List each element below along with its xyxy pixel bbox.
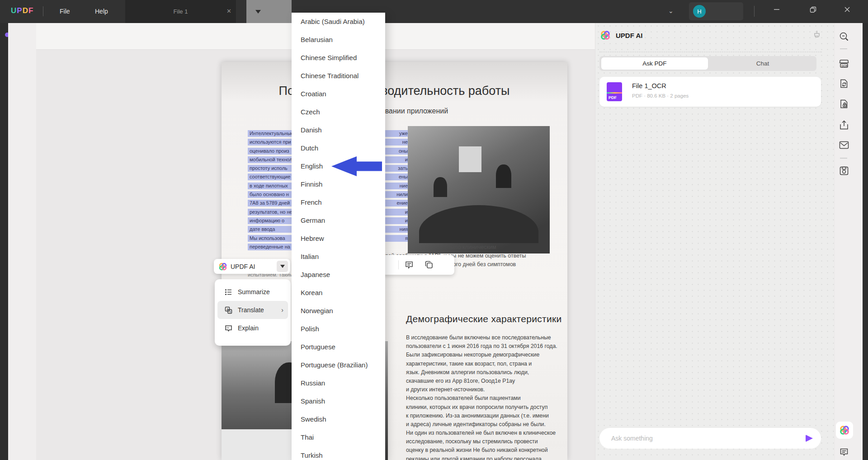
updf-ai-popover-button[interactable]: UPDF AI [214, 259, 290, 274]
menu-item-label: Translate [238, 306, 264, 314]
menu-item-explain[interactable]: Explain [217, 319, 288, 337]
line-right-text: зать [398, 165, 408, 172]
tab-chat[interactable]: Chat [709, 56, 816, 71]
paragraph-line: было клиническим [379, 243, 551, 252]
translate-language-dropdown: Arabic (Saudi Arabia)BelarusianChinese S… [292, 13, 385, 460]
minimize-icon [774, 6, 780, 13]
language-option[interactable]: Hebrew [292, 230, 385, 248]
panel-tab-bar: Ask PDF Chat [599, 56, 816, 71]
paragraph-line: оценку в реальной жизни Не было никакой … [406, 446, 560, 455]
envelope-icon [839, 141, 849, 150]
menu-item-translate[interactable]: A文 Translate › [217, 301, 288, 319]
language-option[interactable]: Portuguese (Brazilian) [292, 356, 385, 374]
line-left-text: простоту исполь [250, 165, 288, 172]
language-option[interactable]: Czech [292, 103, 385, 121]
updf-ai-clover-icon [218, 262, 227, 271]
document-body-paragraph: В исследование были включены все последо… [406, 333, 560, 460]
copy-icon[interactable] [424, 260, 434, 270]
tab-title: File 1 [174, 8, 188, 15]
search-icon [839, 31, 849, 42]
language-option[interactable]: Russian [292, 374, 385, 392]
paragraph-line: к приложению. Из-за анонимизации данных … [406, 412, 560, 420]
photo-detail [434, 177, 447, 197]
language-option[interactable]: Swedish [292, 410, 385, 428]
language-option[interactable]: Finnish [292, 175, 385, 193]
language-option[interactable]: Spanish [292, 392, 385, 410]
tab-close-icon[interactable]: ✕ [226, 8, 231, 14]
titlebar-divider [43, 6, 43, 16]
ask-input-container [599, 428, 821, 449]
language-option[interactable]: German [292, 211, 385, 230]
window-controls-divider [754, 6, 755, 17]
comment-bubble-icon [839, 447, 849, 457]
line-left-text: информацию о [250, 217, 284, 224]
updf-ai-label: UPDF AI [231, 263, 255, 270]
language-option[interactable]: Italian [292, 248, 385, 266]
language-option[interactable]: Thai [292, 428, 385, 446]
share-button[interactable] [838, 119, 850, 131]
line-right-text: ния [400, 226, 408, 233]
protect-button[interactable] [838, 98, 850, 110]
tab-ask-pdf-active[interactable]: Ask PDF [601, 57, 708, 70]
language-option[interactable]: Turkish [292, 446, 385, 460]
language-option[interactable]: French [292, 193, 385, 211]
menu-item-label: Explain [238, 324, 259, 332]
menu-item-summarize[interactable]: Summarize [217, 283, 288, 301]
feedback-button[interactable] [838, 446, 850, 458]
restore-button[interactable] [807, 6, 818, 15]
line-left-text: дате ввода [250, 226, 275, 233]
language-option[interactable]: Chinese Traditional [292, 67, 385, 85]
restore-icon [810, 6, 816, 13]
save-button[interactable] [838, 165, 850, 177]
add-comment-icon[interactable] [404, 260, 414, 270]
pdf-file-icon: PDF [607, 82, 622, 101]
language-option[interactable]: Croatian [292, 85, 385, 103]
close-icon [844, 6, 850, 13]
menu-file[interactable]: File [54, 0, 75, 23]
line-left-text: используются при [250, 139, 291, 146]
email-button[interactable] [838, 139, 850, 151]
page-refresh-icon [839, 78, 849, 89]
file-card[interactable]: PDF File 1_OCR PDF · 80.6 KB · 2 pages [599, 77, 821, 107]
chevron-down-icon[interactable]: ⌄ [668, 7, 674, 14]
ask-input[interactable] [611, 435, 806, 442]
paragraph-line: Несколько пользователей были пациентами [406, 394, 560, 403]
tab-dropdown-button[interactable] [246, 0, 292, 23]
clear-history-button[interactable] [811, 30, 821, 41]
menu-help[interactable]: Help [90, 0, 113, 23]
page-lock-icon [839, 99, 849, 109]
language-option[interactable]: Chinese Simplified [292, 49, 385, 67]
ocr-scanner-icon: OCR [838, 57, 850, 69]
updf-ai-floating-button[interactable] [836, 422, 853, 439]
translate-icon: A文 [225, 306, 232, 314]
language-option[interactable]: Polish [292, 320, 385, 338]
ai-options-caret-button[interactable] [277, 261, 288, 272]
line-right-text: ены [399, 174, 408, 180]
paragraph-line: характеристики, такие как возраст, пол, … [406, 360, 560, 368]
line-left-text: оценивало произ [250, 148, 289, 155]
ocr-button[interactable]: OCR [838, 57, 850, 69]
language-option[interactable]: Japanese [292, 266, 385, 284]
logo-letter: F [28, 6, 33, 15]
avatar[interactable]: H [693, 5, 706, 18]
search-button[interactable] [838, 31, 850, 42]
pdf-badge: PDF [609, 95, 617, 100]
language-option[interactable]: Portuguese [292, 338, 385, 356]
menu-item-label: Summarize [238, 288, 270, 296]
language-option[interactable]: Arabic (Saudi Arabia) [292, 13, 385, 31]
broom-icon [811, 30, 821, 39]
language-option[interactable]: Danish [292, 121, 385, 139]
language-option[interactable]: Belarusian [292, 31, 385, 49]
close-button[interactable] [842, 6, 853, 14]
convert-button[interactable] [838, 78, 850, 89]
language-option[interactable]: Korean [292, 284, 385, 302]
minimize-button[interactable] [771, 6, 782, 14]
share-icon [839, 120, 849, 131]
send-icon[interactable] [806, 435, 813, 442]
logo-letter: P [17, 6, 22, 15]
line-left-text: 7А8 за 5789 дней [250, 200, 290, 207]
language-option[interactable]: Dutch [292, 139, 385, 157]
paragraph-line: пользователи с 1 июня 2016 года по 31 ок… [406, 342, 560, 351]
document-tab[interactable]: File 1 ✕ [125, 0, 236, 23]
language-option[interactable]: Norwegian [292, 302, 385, 320]
